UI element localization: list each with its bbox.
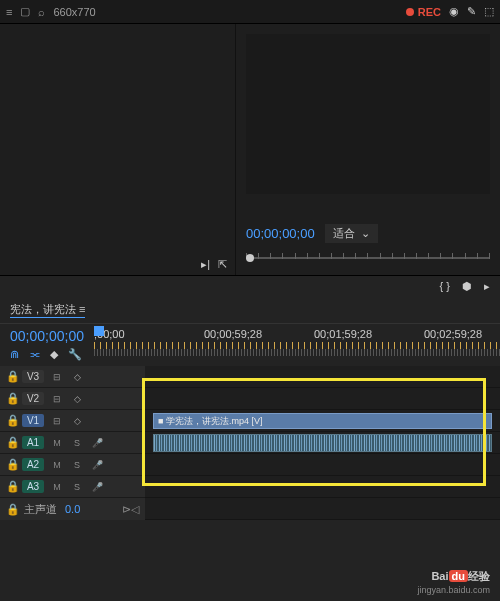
track-header-v1[interactable]: 🔒 V1 ⊟ ◇ <box>0 410 145 432</box>
track-toggle[interactable]: ⊟ <box>50 372 64 382</box>
chevron-down-icon: ⌄ <box>361 227 370 240</box>
lock-icon[interactable]: 🔒 <box>6 392 16 405</box>
timeline-tools: ⋒ ⫘ ◆ 🔧 <box>10 348 84 361</box>
track-header-v3[interactable]: 🔒 V3 ⊟ ◇ <box>0 366 145 388</box>
track-label[interactable]: A2 <box>22 458 44 471</box>
program-scrubber[interactable] <box>246 249 490 267</box>
track-toggle[interactable]: ⊟ <box>50 416 64 426</box>
pencil-icon[interactable]: ✎ <box>467 5 476 18</box>
master-track[interactable]: 🔒 主声道 0.0 ⊳◁ <box>0 498 145 520</box>
mic-icon[interactable]: 🎤 <box>90 438 104 448</box>
track-label[interactable]: A3 <box>22 480 44 493</box>
search-icon[interactable]: ⌕ <box>38 6 45 18</box>
source-export-icons: ▸| ⇱ <box>201 258 227 271</box>
track-header-a2[interactable]: 🔒 A2 M S 🎤 <box>0 454 145 476</box>
monitor-toolbar: { } ⬢ ▸ <box>0 276 500 296</box>
lock-icon[interactable]: 🔒 <box>6 370 16 383</box>
timeline-header: 00;00;00;00 ⋒ ⫘ ◆ 🔧 ;00;00 00;00;59;28 0… <box>0 324 500 366</box>
video-clip[interactable]: ■ 学宪法，讲宪法.mp4 [V] <box>153 413 492 429</box>
sequence-tab[interactable]: 宪法，讲宪法 ≡ <box>0 296 500 324</box>
track-label[interactable]: V3 <box>22 370 44 383</box>
track-lane-v1[interactable]: ■ 学宪法，讲宪法.mp4 [V] <box>145 410 500 432</box>
lock-icon[interactable]: 🔒 <box>6 480 16 493</box>
zoom-dropdown[interactable]: 适合 ⌄ <box>325 224 378 243</box>
program-canvas <box>246 34 490 194</box>
camera-icon[interactable]: ◉ <box>449 5 459 18</box>
playhead[interactable] <box>94 326 104 336</box>
track-visibility[interactable]: ◇ <box>70 394 84 404</box>
more-icon[interactable]: ▸ <box>484 280 490 293</box>
program-timecode[interactable]: 00;00;00;00 <box>246 226 315 241</box>
track-lane-master[interactable] <box>145 498 500 520</box>
track-lane-v3[interactable] <box>145 366 500 388</box>
master-value[interactable]: 0.0 <box>65 503 80 515</box>
lock-icon[interactable]: 🔒 <box>6 458 16 471</box>
track-lane-a1[interactable] <box>145 432 500 454</box>
timeline-tracks: 🔒 V3 ⊟ ◇ 🔒 V2 ⊟ ◇ 🔒 V1 ⊟ ◇ 🔒 A1 M S 🎤 🔒 … <box>0 366 500 520</box>
source-monitor: ▸| ⇱ <box>0 24 236 275</box>
mute-button[interactable]: M <box>50 438 64 448</box>
track-lane-a2[interactable] <box>145 454 500 476</box>
waveform <box>154 435 491 451</box>
track-lane-v2[interactable] <box>145 388 500 410</box>
track-header-v2[interactable]: 🔒 V2 ⊟ ◇ <box>0 388 145 410</box>
lock-icon[interactable]: 🔒 <box>6 503 16 516</box>
track-headers: 🔒 V3 ⊟ ◇ 🔒 V2 ⊟ ◇ 🔒 V1 ⊟ ◇ 🔒 A1 M S 🎤 🔒 … <box>0 366 145 520</box>
snap-icon[interactable]: ⋒ <box>10 348 19 361</box>
track-header-a1[interactable]: 🔒 A1 M S 🎤 <box>0 432 145 454</box>
window-icon[interactable]: ▢ <box>20 5 30 18</box>
timeline-ruler[interactable]: ;00;00 00;00;59;28 00;01;59;28 00;02;59;… <box>94 324 500 366</box>
insert-icon[interactable]: ▸| <box>201 258 210 271</box>
overwrite-icon[interactable]: ⇱ <box>218 258 227 271</box>
preview-area: ▸| ⇱ 00;00;00;00 适合 ⌄ <box>0 24 500 276</box>
timeline-timecode[interactable]: 00;00;00;00 <box>10 328 84 344</box>
track-visibility[interactable]: ◇ <box>70 416 84 426</box>
shield-icon[interactable]: ⬢ <box>462 280 472 293</box>
mic-icon[interactable]: 🎤 <box>90 482 104 492</box>
audio-clip[interactable] <box>153 434 492 452</box>
marker-tool-icon[interactable]: ◆ <box>50 348 58 361</box>
top-toolbar: ≡ ▢ ⌕ 660x770 REC ◉ ✎ ⬚ <box>0 0 500 24</box>
mic-icon[interactable]: 🎤 <box>90 460 104 470</box>
lock-icon[interactable]: 🔒 <box>6 436 16 449</box>
program-monitor: 00;00;00;00 适合 ⌄ <box>236 24 500 275</box>
track-header-a3[interactable]: 🔒 A3 M S 🎤 <box>0 476 145 498</box>
wrench-icon[interactable]: 🔧 <box>68 348 82 361</box>
link-icon[interactable]: ⫘ <box>29 348 40 361</box>
master-collapse[interactable]: ⊳◁ <box>122 503 139 516</box>
watermark: Baidu经验 jingyan.baidu.com <box>417 564 490 595</box>
marker-icon[interactable]: { } <box>440 280 450 292</box>
track-visibility[interactable]: ◇ <box>70 372 84 382</box>
track-label[interactable]: V2 <box>22 392 44 405</box>
scrubber-handle[interactable] <box>246 254 254 262</box>
solo-button[interactable]: S <box>70 438 84 448</box>
close-icon[interactable]: ⬚ <box>484 5 494 18</box>
mute-button[interactable]: M <box>50 460 64 470</box>
master-label: 主声道 <box>24 502 57 517</box>
solo-button[interactable]: S <box>70 482 84 492</box>
track-content[interactable]: ■ 学宪法，讲宪法.mp4 [V] <box>145 366 500 520</box>
menu-icon[interactable]: ≡ <box>6 6 12 18</box>
track-label[interactable]: V1 <box>22 414 44 427</box>
track-toggle[interactable]: ⊟ <box>50 394 64 404</box>
rec-button[interactable]: REC <box>406 6 441 18</box>
search-input[interactable]: 660x770 <box>53 6 95 18</box>
solo-button[interactable]: S <box>70 460 84 470</box>
track-lane-a3[interactable] <box>145 476 500 498</box>
mute-button[interactable]: M <box>50 482 64 492</box>
track-label[interactable]: A1 <box>22 436 44 449</box>
lock-icon[interactable]: 🔒 <box>6 414 16 427</box>
